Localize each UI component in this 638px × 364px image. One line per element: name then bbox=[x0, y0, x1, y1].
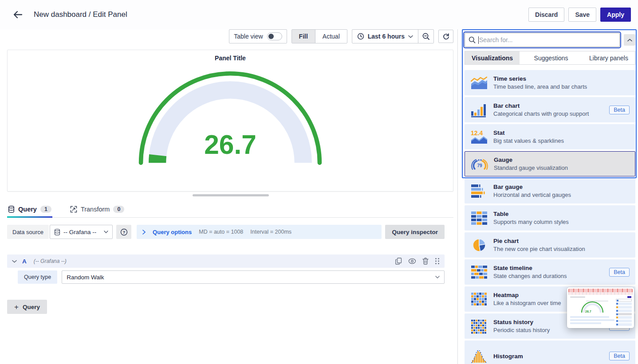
viz-item-description: The new core pie chart visualization bbox=[493, 246, 585, 252]
add-query-label: Query bbox=[23, 304, 40, 310]
viz-item-description: Like a histogram over time bbox=[493, 300, 561, 306]
clock-icon bbox=[357, 33, 364, 40]
time-range-picker[interactable]: Last 6 hours bbox=[352, 30, 418, 43]
save-button[interactable]: Save bbox=[568, 8, 596, 22]
viz-item-title: Stat bbox=[493, 129, 564, 136]
drag-preview-thumbnail: 26.7 bbox=[567, 287, 634, 328]
zoom-out-time-button[interactable] bbox=[418, 30, 433, 43]
table-icon bbox=[470, 211, 488, 226]
chevron-up-icon bbox=[627, 39, 632, 42]
page-title: New dashboard / Edit Panel bbox=[34, 10, 127, 19]
viz-item-title: Histogram bbox=[493, 353, 523, 360]
refresh-button[interactable] bbox=[438, 30, 453, 43]
discard-button[interactable]: Discard bbox=[528, 8, 564, 22]
mini-query-bar bbox=[570, 319, 614, 321]
viz-item-state-timeline[interactable]: State timeline State changes and duratio… bbox=[465, 259, 635, 285]
query-ref-id: A bbox=[22, 258, 27, 265]
search-icon bbox=[469, 36, 476, 43]
query-row-actions bbox=[395, 258, 440, 265]
gauge-arc: 26.7 bbox=[136, 69, 324, 167]
search-input[interactable] bbox=[479, 36, 616, 43]
query-row-header[interactable]: A (-- Grafana --) bbox=[7, 254, 445, 268]
fill-option[interactable]: Fill bbox=[292, 30, 315, 43]
datasource-help-button[interactable]: ? bbox=[116, 225, 131, 239]
header: New dashboard / Edit Panel Discard Save … bbox=[0, 0, 638, 29]
hide-query-eye-icon[interactable] bbox=[408, 258, 416, 264]
svg-text:12.4: 12.4 bbox=[471, 129, 483, 137]
viz-item-description: Periodic status history bbox=[493, 327, 550, 333]
viz-item-pie-chart[interactable]: Pie chart The new core pie chart visuali… bbox=[465, 232, 635, 258]
tab-visualizations[interactable]: Visualizations bbox=[465, 51, 520, 64]
query-options-bar[interactable]: Query options MD = auto = 1008 Interval … bbox=[137, 225, 382, 239]
mini-list-row bbox=[616, 323, 632, 326]
pie-chart-icon bbox=[470, 238, 488, 253]
tab-transform[interactable]: Transform 0 bbox=[69, 201, 125, 217]
picker-tabs: Visualizations Suggestions Library panel… bbox=[465, 51, 635, 65]
plus-icon: + bbox=[14, 303, 19, 311]
panel-resize-handle[interactable] bbox=[193, 194, 269, 196]
viz-item-stat[interactable]: 12.4 Stat Big stat values & sparklines bbox=[465, 124, 635, 149]
time-range-label: Last 6 hours bbox=[368, 33, 405, 40]
table-view-label: Table view bbox=[234, 33, 263, 40]
viz-item-description: Supports many column styles bbox=[493, 219, 569, 225]
query-options-label: Query options bbox=[153, 229, 192, 235]
tab-query[interactable]: Query 1 bbox=[7, 201, 52, 217]
query-datasource-hint: (-- Grafana --) bbox=[34, 258, 67, 264]
viz-item-title: Bar gauge bbox=[493, 184, 571, 190]
heatmap-icon bbox=[470, 292, 488, 307]
arrow-left-icon bbox=[13, 11, 23, 19]
table-view-toggle[interactable] bbox=[267, 32, 282, 40]
viz-item-table[interactable]: Table Supports many column styles bbox=[465, 205, 635, 231]
duplicate-query-icon[interactable] bbox=[395, 258, 402, 265]
mini-list-row bbox=[616, 320, 632, 322]
mini-list-row bbox=[616, 302, 632, 305]
viz-item-description: Horizontal and vertical gauges bbox=[493, 192, 571, 198]
actual-option[interactable]: Actual bbox=[315, 30, 347, 43]
state-timeline-icon bbox=[470, 265, 488, 280]
query-inspector-button[interactable]: Query inspector bbox=[385, 225, 445, 239]
add-query-button[interactable]: + Query bbox=[7, 300, 47, 314]
query-type-value: Random Walk bbox=[67, 274, 104, 281]
drag-handle-icon[interactable] bbox=[435, 258, 440, 265]
gauge-viz-icon: 79 bbox=[471, 157, 488, 172]
delete-query-trash-icon[interactable] bbox=[422, 258, 429, 265]
toggle-knob bbox=[268, 34, 274, 39]
viz-item-gauge[interactable]: 79 Gauge Standard gauge visualization bbox=[465, 151, 635, 176]
edit-panel-main: Table view Fill Actual Last 6 hours bbox=[0, 29, 457, 364]
svg-text:?: ? bbox=[122, 230, 125, 235]
panel-title: Panel Title bbox=[8, 50, 453, 62]
grafana-edit-panel: New dashboard / Edit Panel Discard Save … bbox=[0, 0, 638, 364]
viz-item-description: Categorical charts with group support bbox=[493, 110, 589, 117]
viz-item-bar-chart[interactable]: Bar chart Categorical charts with group … bbox=[465, 97, 635, 122]
viz-item-title: Bar chart bbox=[493, 102, 589, 109]
time-controls: Last 6 hours bbox=[352, 29, 434, 43]
status-history-icon bbox=[470, 319, 488, 334]
chevron-down-icon bbox=[435, 276, 440, 278]
magnifier-minus-icon bbox=[422, 32, 430, 40]
collapse-options-button[interactable] bbox=[624, 34, 635, 46]
tab-suggestions[interactable]: Suggestions bbox=[528, 51, 575, 64]
apply-button[interactable]: Apply bbox=[600, 8, 631, 22]
mini-list-row bbox=[616, 306, 632, 309]
viz-item-description: Time based line, area and bar charts bbox=[493, 83, 587, 90]
text-cursor bbox=[478, 36, 479, 44]
datasource-select[interactable]: -- Grafana -- bbox=[50, 225, 113, 239]
viz-item-title: Pie chart bbox=[493, 238, 585, 244]
viz-item-title: Table bbox=[493, 211, 569, 217]
gauge-value: 26.7 bbox=[204, 129, 256, 160]
viz-item-bar-gauge[interactable]: Bar gauge Horizontal and vertical gauges bbox=[465, 178, 635, 204]
tab-library-panels[interactable]: Library panels bbox=[583, 51, 635, 64]
beta-badge: Beta bbox=[609, 352, 630, 360]
viz-item-title: State timeline bbox=[493, 265, 567, 271]
mini-gauge-arc bbox=[579, 298, 606, 313]
display-mode-segment: Fill Actual bbox=[291, 29, 347, 43]
back-button[interactable] bbox=[12, 8, 24, 21]
viz-item-time-series[interactable]: Time series Time based line, area and ba… bbox=[465, 70, 635, 95]
mini-apply-button bbox=[627, 296, 631, 298]
mini-gauge-value: 26.7 bbox=[585, 310, 591, 313]
viz-item-description: Standard gauge visualization bbox=[494, 164, 568, 171]
viz-item-histogram[interactable]: Histogram Beta bbox=[465, 341, 635, 364]
query-type-select[interactable]: Random Walk bbox=[62, 270, 445, 284]
transform-icon bbox=[70, 206, 77, 213]
bar-gauge-icon bbox=[470, 184, 488, 199]
